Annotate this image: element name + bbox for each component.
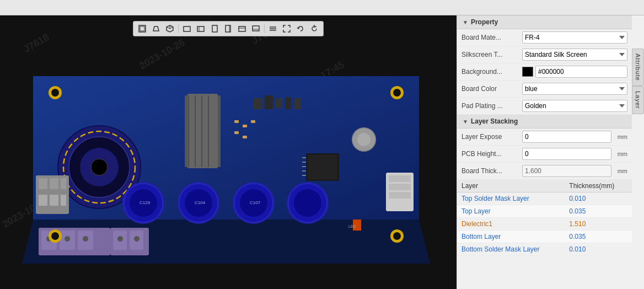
svg-rect-13: [239, 26, 245, 31]
svg-point-85: [357, 133, 371, 146]
layer-expose-label: Layer Expose: [461, 133, 522, 141]
svg-rect-10: [212, 25, 217, 32]
pad-plating-select[interactable]: Golden Silver HASL: [522, 100, 627, 112]
svg-rect-98: [251, 120, 255, 123]
view-bottom-button[interactable]: [249, 23, 262, 35]
pad-plating-row: Pad Plating ... Golden Silver HASL: [457, 98, 632, 115]
layer-expose-row: Layer Expose mm: [457, 129, 632, 146]
layer-thickness-cell: 0.035: [565, 205, 632, 218]
view-perspective-button[interactable]: [149, 23, 163, 35]
svg-text:C129: C129: [139, 200, 151, 205]
pcb-scene: C129 C104 C107: [0, 15, 457, 289]
svg-rect-54: [39, 178, 47, 189]
top-bar: [0, 0, 644, 15]
layer-stacking-header: ▼ Layer Stacking: [457, 115, 632, 129]
board-thick-unit: mm: [614, 168, 627, 174]
background-color-swatch[interactable]: [522, 67, 533, 77]
pcb-height-row: PCB Height... mm: [457, 146, 632, 163]
svg-line-5: [170, 27, 173, 29]
view-front-button[interactable]: [180, 23, 194, 35]
board-material-value: FR-4 FR-2 Aluminum: [522, 31, 627, 44]
attribute-tab[interactable]: Attribute: [632, 49, 644, 86]
layer-table-row: Bottom Layer0.035: [457, 231, 632, 243]
svg-point-87: [51, 89, 59, 97]
svg-rect-99: [234, 131, 239, 134]
background-row: Background...: [457, 63, 632, 81]
view-right-button[interactable]: [222, 23, 235, 35]
thickness-col-header: Thickness(mm): [565, 180, 632, 192]
svg-rect-73: [389, 175, 411, 182]
svg-point-71: [134, 236, 139, 242]
pcb-height-value: mm: [522, 148, 627, 160]
pcb-height-label: PCB Height...: [461, 150, 522, 158]
layer-expose-input[interactable]: [522, 131, 611, 143]
silkscreen-select[interactable]: Standard Silk Screen No Silkscreen: [522, 49, 627, 61]
board-thick-value: mm: [522, 165, 627, 177]
layer-stacking-arrow: ▼: [463, 119, 468, 125]
layer-name-cell: Bottom Solder Mask Layer: [457, 243, 565, 256]
view-undo-button[interactable]: [294, 23, 307, 35]
silkscreen-value: Standard Silk Screen No Silkscreen: [522, 49, 627, 61]
svg-rect-77: [308, 155, 337, 179]
panel-content: ▼ Property Board Mate... FR-4 FR-2 Alumi…: [457, 15, 632, 289]
svg-point-70: [117, 236, 123, 242]
view-top-button[interactable]: [235, 23, 249, 35]
property-title: Property: [471, 18, 498, 26]
layer-expose-unit: mm: [614, 133, 627, 140]
svg-rect-58: [50, 195, 58, 206]
layer-thickness-cell: 1.510: [565, 218, 632, 231]
pcb-height-unit: mm: [614, 151, 627, 157]
layer-table-row: Top Solder Mask Layer0.010: [457, 192, 632, 205]
svg-rect-57: [39, 195, 47, 206]
view-back-button[interactable]: [194, 23, 207, 35]
svg-point-93: [393, 232, 401, 240]
svg-point-66: [83, 236, 88, 242]
layer-stacking-title: Layer Stacking: [471, 117, 518, 125]
svg-rect-36: [286, 97, 291, 109]
svg-rect-75: [389, 192, 411, 199]
board-material-label: Board Mate...: [461, 34, 522, 41]
svg-point-65: [65, 236, 70, 242]
right-panel: ▼ Property Board Mate... FR-4 FR-2 Alumi…: [457, 15, 644, 289]
view-2d-front-button[interactable]: [136, 23, 149, 35]
layer-name-cell: Top Layer: [457, 205, 565, 218]
board-thick-label: Board Thick...: [461, 167, 522, 175]
svg-rect-59: [61, 195, 66, 206]
viewport[interactable]: J7618 2023-10-26 J7618 17:45 J7618 2023-…: [0, 15, 457, 289]
background-hex-input[interactable]: [535, 66, 627, 78]
pad-plating-label: Pad Plating ...: [461, 102, 522, 110]
board-color-row: Board Color blue red green black white y…: [457, 81, 632, 98]
svg-marker-2: [153, 26, 159, 31]
layer-name-cell: Bottom Layer: [457, 231, 565, 243]
view-3d-box-button[interactable]: [163, 23, 176, 35]
svg-rect-15: [253, 26, 259, 31]
board-thick-row: Board Thick... mm: [457, 163, 632, 180]
pad-plating-value: Golden Silver HASL: [522, 100, 627, 112]
svg-rect-33: [254, 98, 262, 109]
view-fit-button[interactable]: [280, 23, 293, 35]
toolbar-sep-1: [178, 24, 179, 33]
layer-tab[interactable]: Layer: [632, 86, 644, 114]
board-color-select[interactable]: blue red green black white yellow: [522, 83, 627, 95]
svg-text:C107: C107: [250, 200, 261, 205]
svg-rect-28: [187, 94, 218, 168]
silkscreen-row: Silkscreen T... Standard Silk Screen No …: [457, 46, 632, 63]
view-reset-button[interactable]: [308, 23, 321, 35]
board-material-select[interactable]: FR-4 FR-2 Aluminum: [522, 31, 627, 44]
svg-line-6: [167, 27, 170, 29]
svg-rect-97: [243, 125, 247, 127]
layer-thickness-cell: 0.035: [565, 231, 632, 243]
property-arrow: ▼: [463, 19, 468, 25]
layer-name-cell: Top Solder Mask Layer: [457, 192, 565, 205]
svg-rect-56: [61, 178, 66, 189]
layer-table-row: Top Layer0.035: [457, 205, 632, 218]
view-left-button[interactable]: [208, 23, 221, 35]
silkscreen-label: Silkscreen T...: [461, 51, 522, 58]
svg-point-52: [294, 189, 321, 217]
pcb-height-input[interactable]: [522, 148, 611, 160]
toolbar-sep-2: [264, 24, 265, 33]
svg-rect-35: [276, 98, 282, 108]
layer-thickness-cell: 0.010: [565, 243, 632, 256]
view-layers-button[interactable]: [266, 23, 280, 35]
background-value: [522, 66, 627, 78]
